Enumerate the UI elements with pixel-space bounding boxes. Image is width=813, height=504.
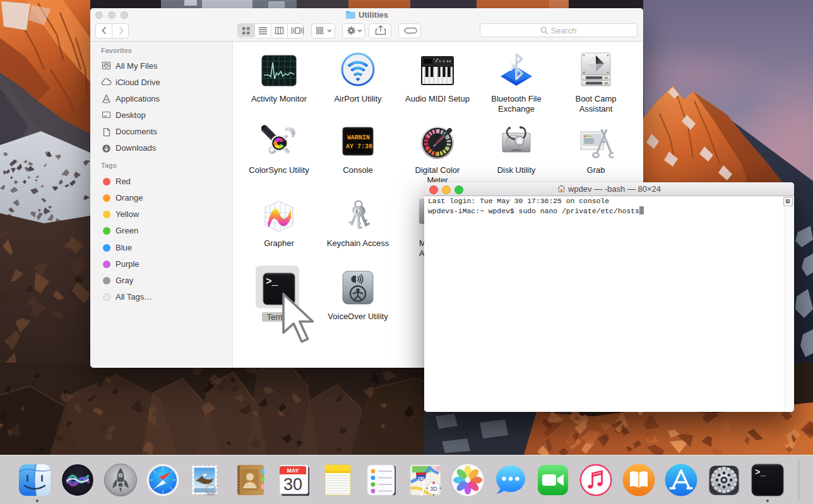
svg-text:MAY: MAY (287, 467, 299, 474)
svg-text:30: 30 (283, 475, 302, 494)
svg-text:>_: >_ (266, 276, 278, 288)
svg-text:WARNIN: WARNIN (347, 134, 370, 141)
svg-text:AY 7:36: AY 7:36 (346, 143, 372, 150)
svg-text:>_: >_ (755, 467, 766, 478)
svg-text:3D: 3D (430, 486, 437, 492)
svg-text:280: 280 (418, 476, 425, 481)
